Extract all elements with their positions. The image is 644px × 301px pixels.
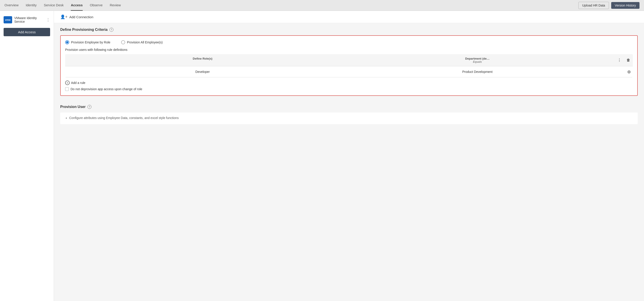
version-history-button[interactable]: Version History — [611, 2, 640, 9]
checkbox-label: Do not deprovision app access upon chang… — [70, 87, 142, 91]
add-row-icon[interactable]: ⊕ — [627, 69, 631, 75]
table-cell-role: Developer — [65, 66, 340, 77]
criteria-title: Define Provisioning Criteria — [60, 28, 108, 32]
upload-hr-data-button[interactable]: Upload HR Data — [578, 2, 609, 9]
nav-service-desk[interactable]: Service Desk — [44, 0, 64, 11]
brand-name: VMware Identity Service — [14, 16, 46, 24]
radio-label-by-role: Provision Employee by Role — [71, 41, 110, 44]
col-header-delete: 🗑 — [624, 54, 633, 66]
radio-provision-by-role[interactable]: Provision Employee by Role — [65, 40, 110, 44]
add-rule-row[interactable]: + Add a rule — [65, 81, 633, 85]
col-header-department: Department (de… Equals — [340, 54, 615, 66]
criteria-section: Define Provisioning Criteria ? Provision… — [54, 23, 644, 100]
table-cell-department: Product Development — [340, 66, 615, 77]
provision-user-header: Provision User ? — [60, 105, 638, 109]
brand-left: vmw VMware Identity Service — [4, 16, 46, 24]
provision-user-text: Configure attributes using Employee Data… — [65, 116, 633, 120]
provision-description: Provision users with following rule defi… — [65, 48, 633, 52]
deprovision-checkbox[interactable] — [65, 87, 69, 91]
nav-review[interactable]: Review — [110, 0, 121, 11]
main-content: 👤+ Add Connection Define Provisioning Cr… — [54, 11, 644, 301]
sidebar-brand: vmw VMware Identity Service ⋮ — [0, 15, 54, 28]
table-cell-actions: ⊕ — [615, 66, 633, 77]
nav-access[interactable]: Access — [71, 0, 83, 11]
vmware-logo: vmw — [4, 16, 12, 24]
add-rule-icon: + — [65, 81, 70, 85]
provision-user-bullet: Configure attributes using Employee Data… — [69, 116, 633, 120]
add-rule-label: Add a rule — [71, 81, 86, 85]
nav-overview[interactable]: Overview — [4, 0, 19, 11]
add-person-icon: 👤+ — [60, 15, 68, 19]
radio-inner-by-role — [66, 41, 68, 44]
nav-identity[interactable]: Identity — [26, 0, 37, 11]
table-row: Developer Product Development ⊕ — [65, 66, 633, 77]
col-header-more: ⋮ — [615, 54, 624, 66]
col-header-role: Define Role(s) — [65, 54, 340, 66]
checkbox-row: Do not deprovision app access upon chang… — [65, 87, 633, 91]
criteria-header: Define Provisioning Criteria ? — [60, 28, 638, 32]
nav-observe[interactable]: Observe — [90, 0, 103, 11]
nav-links: Overview Identity Service Desk Access Ob… — [4, 0, 121, 11]
sidebar-more-icon[interactable]: ⋮ — [46, 17, 50, 22]
sidebar: vmw VMware Identity Service ⋮ Add Access — [0, 11, 54, 301]
radio-provision-all[interactable]: Provision All Employee(s) — [121, 40, 163, 44]
provision-user-section: Provision User ? Configure attributes us… — [54, 100, 644, 129]
provision-user-title: Provision User — [60, 105, 86, 109]
add-access-button[interactable]: Add Access — [4, 28, 50, 36]
radio-label-all: Provision All Employee(s) — [127, 41, 163, 44]
criteria-help-icon[interactable]: ? — [110, 28, 114, 32]
top-navigation: Overview Identity Service Desk Access Ob… — [0, 0, 644, 11]
table-header-delete-icon[interactable]: 🗑 — [626, 58, 630, 62]
radio-circle-all — [121, 40, 125, 44]
add-connection-label[interactable]: Add Connection — [70, 15, 94, 19]
radio-circle-by-role — [65, 40, 69, 44]
rule-table-header: Define Role(s) Department (de… Equals ⋮ … — [65, 54, 633, 66]
rule-table: Define Role(s) Department (de… Equals ⋮ … — [65, 54, 633, 77]
nav-actions: Upload HR Data Version History — [578, 2, 640, 9]
provision-user-help-icon[interactable]: ? — [88, 105, 92, 109]
main-layout: vmw VMware Identity Service ⋮ Add Access… — [0, 11, 644, 301]
table-header-more-icon[interactable]: ⋮ — [618, 58, 621, 62]
add-connection-row: 👤+ Add Connection — [54, 11, 644, 23]
criteria-box: Provision Employee by Role Provision All… — [60, 35, 638, 96]
provision-user-card: Configure attributes using Employee Data… — [60, 113, 638, 124]
radio-row: Provision Employee by Role Provision All… — [65, 40, 633, 44]
